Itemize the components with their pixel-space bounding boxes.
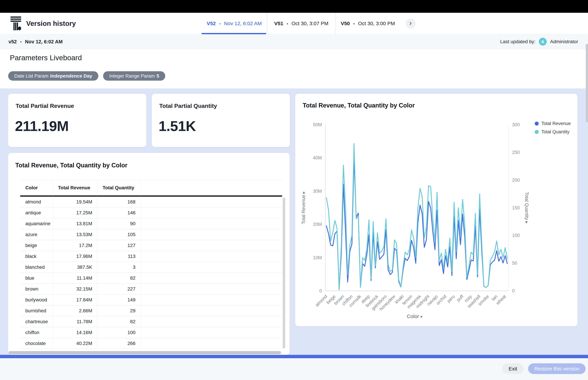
column-header-empty [141, 180, 282, 197]
table-card-title: Total Revenue, Total Quantity by Color [15, 162, 127, 169]
cell-color: burlywood [20, 295, 53, 305]
cell-empty [141, 251, 282, 262]
cell-value: 14.16M [53, 327, 97, 338]
param-chip-integer-range[interactable]: Integer Range Param 5 [103, 71, 165, 81]
y-right-tick-label: 150 [512, 205, 520, 210]
table-row: burnished2.66M29 [20, 305, 282, 316]
cell-empty [141, 218, 282, 229]
tab-v52[interactable]: V52 ● Nov 12, 6:02 AM [202, 13, 267, 34]
kpi-title: Total Partial Quantity [159, 103, 217, 109]
y-right-tick-label: 50 [512, 261, 517, 266]
sort-down-icon: ▾ [420, 314, 422, 319]
y-left-axis-title: Total Revenue ▸ [301, 191, 306, 224]
page-vertical-scrollbar[interactable] [586, 44, 588, 122]
cell-value: 32.15M [53, 284, 97, 295]
tab-v51[interactable]: V51 ● Oct 30, 3:07 PM [267, 13, 336, 34]
cell-empty [141, 338, 282, 349]
thoughtspot-logo [11, 17, 21, 30]
cell-value: 100 [97, 327, 141, 338]
table-row: brown32.15M227 [20, 284, 282, 295]
x-tick-label: puff [456, 294, 464, 303]
y-left-tick-label: 20M [313, 222, 322, 227]
y-left-tick-label: 10M [313, 255, 322, 260]
cell-empty [141, 327, 282, 338]
data-table: ColorTotal RevenueTotal Quantity almond1… [20, 180, 282, 349]
top-black-bar [0, 0, 588, 13]
table-row: burlywood17.84M149 [20, 295, 282, 305]
table-row: aquamarine13.81M90 [20, 218, 282, 229]
table-row: chiffon14.16M100 [20, 327, 282, 338]
cell-color: black [20, 251, 53, 262]
column-header-total-quantity[interactable]: Total Quantity [97, 180, 141, 197]
cell-color: almond [20, 197, 53, 208]
cell-empty [141, 197, 282, 208]
cell-color: blanched [20, 262, 53, 273]
table-horizontal-scrollbar[interactable] [8, 351, 281, 354]
chart-card: Total Revenue, Total Quantity by Color T… [295, 94, 577, 326]
cell-color: brown [20, 284, 53, 295]
cell-value: 11.14M [53, 273, 97, 284]
table-row: chocolate40.22M266 [20, 338, 282, 349]
cell-empty [141, 295, 282, 305]
cell-color: chartreuse [20, 316, 53, 327]
horizontal-scrollbar[interactable] [0, 355, 588, 358]
app-header: Version history V52 ● Nov 12, 6:02 AM V5… [0, 13, 588, 34]
cell-value: 2.66M [53, 305, 97, 316]
restore-version-button[interactable]: Restore this version [528, 363, 586, 374]
cell-empty [141, 229, 282, 240]
kpi-value: 211.19M [15, 118, 69, 134]
y-right-tick-label: 0 [512, 288, 515, 293]
y-right-tick-label: 300 [512, 122, 520, 127]
cell-color: chiffon [20, 327, 53, 338]
exit-button[interactable]: Exit [502, 363, 524, 374]
cell-value: 387.5K [53, 262, 97, 273]
cell-value: 11.78M [53, 316, 97, 327]
parameter-chips: Date List Param Independence Day Integer… [8, 71, 165, 81]
tab-v50[interactable]: V50 ● Oct 30, 3:00 PM [336, 13, 400, 34]
cell-color: aquamarine [20, 218, 53, 229]
kpi-card-total-partial-revenue: Total Partial Revenue 211.19M [8, 94, 146, 147]
table-vertical-scrollbar[interactable] [283, 197, 285, 348]
column-header-color[interactable]: Color [20, 180, 53, 197]
last-updated-user: Administrator [550, 39, 578, 44]
cell-empty [141, 208, 282, 218]
cell-value: 227 [97, 284, 141, 295]
next-versions-button[interactable]: › [406, 19, 416, 28]
avatar: A [539, 38, 547, 46]
table-row: blanched387.5K3 [20, 262, 282, 273]
table-row: black17.96M113 [20, 251, 282, 262]
table-card: Total Revenue, Total Quantity by Color C… [8, 153, 290, 355]
last-updated: Last updated by: A Administrator [500, 34, 578, 49]
dot-icon: ● [219, 22, 221, 25]
x-axis-title[interactable]: Color▾ [389, 313, 440, 319]
cell-value: 17.96M [53, 251, 97, 262]
table-row: chartreuse11.78M82 [20, 316, 282, 327]
chevron-right-icon: › [409, 19, 412, 27]
data-table-head-row: ColorTotal RevenueTotal Quantity [20, 180, 282, 197]
cell-value: 168 [97, 197, 141, 208]
y-right-tick-label: 200 [512, 178, 520, 183]
version-tabs: V52 ● Nov 12, 6:02 AM V51 ● Oct 30, 3:07… [202, 13, 400, 34]
cell-empty [141, 262, 282, 273]
table-row: almond19.54M168 [20, 197, 282, 208]
cell-value: 266 [97, 338, 141, 349]
param-chip-date-list[interactable]: Date List Param Independence Day [8, 71, 98, 81]
dot-icon: ● [287, 22, 288, 25]
brand: Version history [11, 16, 76, 31]
y-left-tick-label: 50M [313, 122, 322, 127]
table-row: beige17.2M127 [20, 240, 282, 251]
y-right-axis-title: Total Quantity ▸ [524, 192, 529, 224]
cell-color: blue [20, 273, 53, 284]
cell-value: 113 [97, 251, 141, 262]
data-table-body: almond19.54M168antique17.25M146aquamarin… [20, 197, 282, 349]
cell-color: beige [20, 240, 53, 251]
column-header-total-revenue[interactable]: Total Revenue [53, 180, 97, 197]
cell-value: 90 [97, 218, 141, 229]
y-right-tick-label: 100 [512, 233, 520, 238]
x-tick-label: peru [446, 294, 456, 304]
kpi-card-total-partial-quantity: Total Partial Quantity 1.51K [152, 94, 290, 147]
cell-value: 105 [97, 229, 141, 240]
table-row: blue11.14M82 [20, 273, 282, 284]
y-left-tick-label: 40M [313, 155, 322, 160]
cell-color: chocolate [20, 338, 53, 349]
